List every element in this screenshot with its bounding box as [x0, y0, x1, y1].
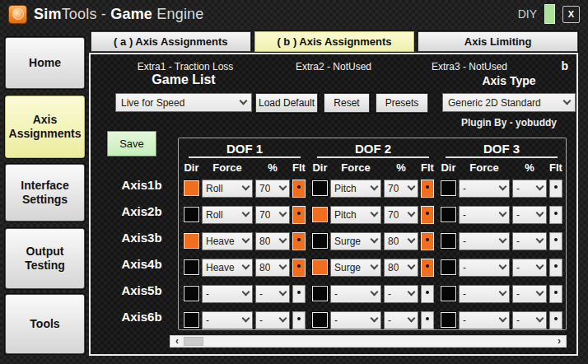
dir-checkbox[interactable]	[441, 259, 456, 275]
filter-button[interactable]	[549, 285, 562, 303]
percent-select[interactable]: 70	[384, 206, 418, 224]
force-select[interactable]: Surge	[330, 232, 381, 250]
force-select[interactable]: Heave	[202, 259, 253, 277]
dir-checkbox[interactable]	[184, 312, 199, 328]
dir-checkbox[interactable]	[312, 233, 328, 249]
force-select[interactable]: -	[330, 311, 381, 329]
dir-checkbox[interactable]	[184, 233, 199, 249]
percent-select[interactable]: 70	[255, 206, 290, 224]
close-button[interactable]: X	[562, 6, 580, 23]
force-select[interactable]: -	[202, 285, 253, 303]
filter-button[interactable]	[421, 180, 434, 198]
filter-button[interactable]	[549, 311, 562, 329]
horizontal-scrollbar[interactable]: ‹ ›	[170, 335, 567, 348]
percent-select[interactable]: 70	[255, 180, 290, 198]
force-select[interactable]: -	[459, 232, 510, 250]
dir-checkbox[interactable]	[312, 207, 328, 222]
filter-button[interactable]	[549, 259, 562, 277]
filter-button[interactable]	[421, 311, 434, 329]
game-list-select[interactable]: Live for Speed	[115, 93, 252, 112]
scroll-right-icon[interactable]: ›	[553, 336, 566, 347]
save-button[interactable]: Save	[107, 131, 156, 156]
percent-select[interactable]: -	[512, 206, 547, 224]
dir-checkbox[interactable]	[312, 180, 328, 196]
filter-button[interactable]	[292, 232, 306, 250]
filter-button[interactable]	[421, 206, 434, 224]
force-select[interactable]: -	[459, 180, 510, 198]
load-default-button[interactable]: Load Default	[255, 93, 318, 113]
force-select[interactable]: Roll	[202, 206, 253, 224]
filter-button[interactable]	[292, 259, 306, 277]
dir-checkbox[interactable]	[441, 286, 456, 301]
force-select-value: -	[463, 236, 466, 247]
percent-select[interactable]: -	[255, 311, 290, 329]
scroll-left-icon[interactable]: ‹	[170, 336, 184, 347]
percent-select[interactable]: 80	[384, 232, 418, 250]
percent-select[interactable]: 80	[255, 232, 290, 250]
percent-select[interactable]: -	[512, 232, 547, 250]
page-b-indicator: b	[561, 59, 568, 72]
sidebar-item-tools[interactable]: Tools	[5, 294, 85, 354]
tab-b-axis-assignments[interactable]: ( b ) Axis Assignments	[254, 31, 415, 52]
filter-button[interactable]	[549, 180, 562, 198]
percent-select[interactable]: 80	[384, 259, 418, 277]
tab-a-axis-assignments[interactable]: ( a ) Axis Assignments	[91, 31, 251, 52]
percent-select[interactable]: 70	[384, 180, 418, 198]
dir-checkbox[interactable]	[184, 259, 199, 275]
percent-select[interactable]: -	[255, 285, 290, 303]
axis-type-select[interactable]: Generic 2D Standard	[442, 93, 576, 112]
force-select[interactable]: -	[459, 259, 510, 277]
filter-button[interactable]	[292, 285, 306, 303]
force-select-value: -	[463, 209, 466, 221]
force-select[interactable]: Roll	[202, 180, 253, 198]
dir-checkbox[interactable]	[441, 233, 456, 249]
force-select[interactable]: Surge	[330, 259, 381, 277]
chevron-down-icon	[536, 236, 544, 244]
sidebar-item-axis-assignments[interactable]: Axis Assignments	[5, 96, 85, 158]
reset-button[interactable]: Reset	[324, 93, 370, 113]
percent-select[interactable]: -	[512, 180, 547, 198]
force-select[interactable]: -	[202, 311, 253, 329]
chevron-down-icon	[242, 236, 250, 244]
filter-button[interactable]	[421, 232, 434, 250]
dir-checkbox[interactable]	[441, 207, 456, 222]
filter-button[interactable]	[549, 206, 562, 224]
scrollbar-thumb[interactable]	[184, 337, 203, 346]
dir-checkbox[interactable]	[312, 259, 328, 275]
filter-button[interactable]	[292, 180, 306, 198]
dir-checkbox[interactable]	[184, 180, 199, 196]
percent-select[interactable]: -	[512, 311, 547, 329]
presets-button[interactable]: Presets	[376, 93, 428, 113]
sidebar-item-output-testing[interactable]: Output Testing	[5, 228, 85, 289]
percent-select-value: 70	[259, 209, 270, 221]
force-select[interactable]: Pitch	[330, 206, 381, 224]
force-select[interactable]: Heave	[202, 232, 253, 250]
force-select[interactable]: -	[459, 206, 510, 224]
dir-checkbox[interactable]	[312, 286, 328, 301]
sidebar-item-interface-settings[interactable]: Interface Settings	[5, 164, 85, 222]
dir-checkbox[interactable]	[184, 286, 199, 301]
filter-button[interactable]	[549, 232, 562, 250]
percent-select[interactable]: -	[384, 285, 418, 303]
force-select[interactable]: Pitch	[330, 180, 381, 198]
percent-select[interactable]: -	[512, 259, 547, 277]
sidebar-item-home[interactable]: Home	[5, 37, 85, 89]
dir-checkbox[interactable]	[441, 180, 456, 196]
percent-select[interactable]: 80	[255, 259, 290, 277]
force-select[interactable]: -	[459, 285, 510, 303]
percent-select[interactable]: -	[384, 311, 418, 329]
filter-button[interactable]	[421, 259, 434, 277]
force-select[interactable]: -	[459, 311, 510, 329]
filter-button[interactable]	[292, 311, 306, 329]
dir-checkbox[interactable]	[184, 207, 199, 222]
dir-checkbox[interactable]	[312, 312, 328, 328]
chevron-down-icon	[536, 262, 544, 270]
dof2-cell: Surge80	[312, 232, 434, 250]
tab-axis-limiting[interactable]: Axis Limiting	[418, 31, 578, 52]
percent-select[interactable]: -	[512, 285, 547, 303]
dot-icon	[297, 185, 301, 189]
dir-checkbox[interactable]	[441, 312, 456, 328]
force-select[interactable]: -	[330, 285, 381, 303]
filter-button[interactable]	[292, 206, 306, 224]
filter-button[interactable]	[421, 285, 434, 303]
